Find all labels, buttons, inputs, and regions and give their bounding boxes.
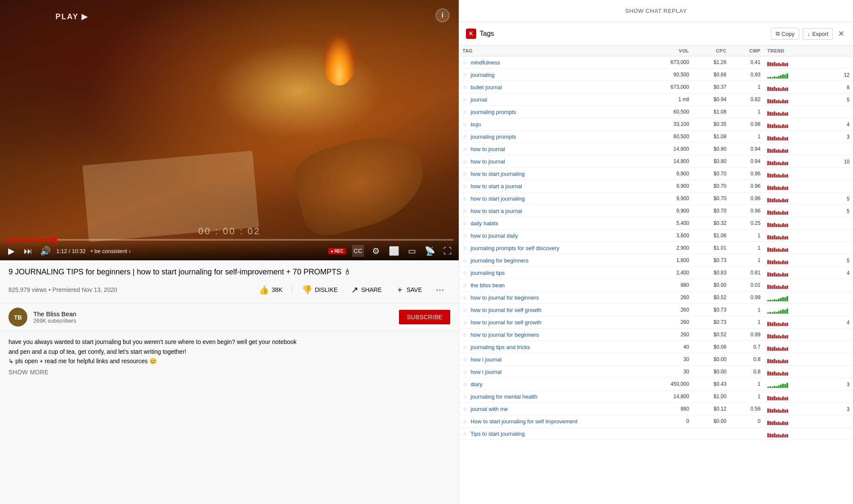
channel-name[interactable]: The Bliss Bean	[33, 310, 399, 318]
tag-link[interactable]: how to start journaling	[471, 171, 525, 177]
tag-link[interactable]: journaling	[471, 72, 495, 78]
star-icon[interactable]: ☆	[463, 332, 467, 338]
star-icon[interactable]: ☆	[463, 382, 467, 387]
star-icon[interactable]: ☆	[463, 431, 467, 437]
trend-cell	[764, 304, 829, 316]
star-icon[interactable]: ☆	[463, 295, 467, 301]
tag-link[interactable]: journaling prompts	[471, 134, 516, 140]
show-chat-replay-button[interactable]: SHOW CHAT REPLAY	[625, 8, 687, 14]
settings-button[interactable]: ⚙	[370, 245, 382, 257]
tag-link[interactable]: how to journal daily	[471, 233, 518, 239]
tag-link[interactable]: bujo	[471, 121, 481, 128]
star-icon[interactable]: ☆	[463, 233, 467, 239]
tag-link[interactable]: journaling prompts for self discovery	[471, 245, 559, 251]
tag-link[interactable]: how to journal for self growth	[471, 307, 541, 313]
table-row: ☆ how to start a journal 9,900 $0.70 0.9…	[459, 205, 853, 217]
tag-link[interactable]: how to journal for beginners	[471, 332, 539, 338]
star-icon[interactable]: ☆	[463, 122, 467, 128]
tag-link[interactable]: how i journal	[471, 356, 502, 363]
more-button[interactable]: ⋯	[430, 282, 450, 297]
table-row: ☆ how to journal daily 3,600 $1.06 1	[459, 230, 853, 242]
star-icon[interactable]: ☆	[463, 406, 467, 412]
badge-cell	[829, 143, 853, 155]
play-label[interactable]: PLAY ▶	[55, 12, 88, 21]
star-icon[interactable]: ☆	[463, 146, 467, 152]
dislike-button[interactable]: 👎 DISLIKE	[296, 282, 344, 297]
star-icon[interactable]: ☆	[463, 159, 467, 165]
star-icon[interactable]: ☆	[463, 134, 467, 140]
tag-link[interactable]: how i journal	[471, 369, 502, 375]
star-icon[interactable]: ☆	[463, 419, 467, 425]
star-icon[interactable]: ☆	[463, 270, 467, 276]
star-icon[interactable]: ☆	[463, 97, 467, 103]
fullscreen-button[interactable]: ⛶	[442, 245, 454, 257]
star-icon[interactable]: ☆	[463, 245, 467, 251]
tag-link[interactable]: journaling for beginners	[471, 257, 529, 264]
star-icon[interactable]: ☆	[463, 60, 467, 66]
star-icon[interactable]: ☆	[463, 344, 467, 350]
tag-link[interactable]: Tips to start journaling	[470, 431, 524, 437]
tag-link[interactable]: journaling tips and tricks	[471, 344, 530, 350]
cast-button[interactable]: 📡	[424, 245, 436, 257]
tag-link[interactable]: journaling prompts	[471, 109, 516, 115]
star-icon[interactable]: ☆	[463, 369, 467, 375]
star-icon[interactable]: ☆	[463, 320, 467, 326]
video-player[interactable]: PLAY ▶ i 00 : 00 : 02 ▶ ⏭ 🔊 1:12 / 10:32…	[0, 0, 459, 260]
tag-link[interactable]: how to journal for self growth	[471, 319, 541, 326]
badge-cell	[829, 428, 853, 440]
chapter-info[interactable]: • be consistent ›	[91, 248, 131, 254]
tag-link[interactable]: how to start journaling	[471, 195, 525, 202]
tag-link[interactable]: how to journal for beginners	[471, 294, 539, 301]
progress-bar[interactable]	[5, 239, 454, 241]
star-icon[interactable]: ☆	[463, 357, 467, 363]
star-icon[interactable]: ☆	[463, 208, 467, 214]
info-icon[interactable]: i	[436, 9, 449, 22]
save-button[interactable]: ＋ SAVE	[390, 281, 428, 298]
volume-button[interactable]: 🔊	[39, 245, 51, 257]
theater-button[interactable]: ▭	[406, 245, 418, 257]
subscribe-button[interactable]: SUBSCRIBE	[399, 310, 450, 324]
cmp-cell: 0.8	[730, 353, 764, 366]
copy-button[interactable]: ⧉ Copy	[771, 28, 799, 40]
star-icon[interactable]: ☆	[463, 84, 467, 90]
channel-info: The Bliss Bean 269K subscribers	[33, 310, 399, 324]
star-icon[interactable]: ☆	[463, 72, 467, 78]
export-button[interactable]: ↓ Export	[803, 28, 833, 40]
star-icon[interactable]: ☆	[463, 184, 467, 189]
tag-link[interactable]: how to journal	[471, 158, 505, 165]
share-button[interactable]: ↗ SHARE	[345, 282, 387, 297]
star-icon[interactable]: ☆	[463, 221, 467, 227]
star-icon[interactable]: ☆	[463, 109, 467, 115]
play-pause-button[interactable]: ▶	[5, 245, 17, 257]
tag-link[interactable]: journal	[471, 96, 487, 103]
tag-name-cell: ☆ how to start a journal	[459, 205, 638, 217]
tag-link[interactable]: How to start journaling for self improve…	[471, 418, 578, 425]
star-icon[interactable]: ☆	[463, 171, 467, 177]
tag-link[interactable]: how to journal	[471, 146, 505, 152]
table-row: ☆ mindfulness 673,000 $1.26 0.41	[459, 56, 853, 69]
star-icon[interactable]: ☆	[463, 196, 467, 202]
video-controls: ▶ ⏭ 🔊 1:12 / 10:32 • be consistent › ● R…	[0, 239, 459, 260]
badge-cell: 4	[829, 316, 853, 329]
tag-link[interactable]: journal with me	[471, 406, 508, 412]
subtitles-button[interactable]: CC	[352, 245, 364, 257]
tag-link[interactable]: journaling tips	[471, 270, 505, 276]
star-icon[interactable]: ☆	[463, 258, 467, 264]
tag-link[interactable]: bullet journal	[471, 84, 502, 90]
star-icon[interactable]: ☆	[463, 394, 467, 400]
tag-link[interactable]: diary	[471, 381, 483, 387]
tag-link[interactable]: mindfulness	[471, 59, 500, 66]
tag-link[interactable]: the bliss bean	[471, 282, 505, 288]
close-button[interactable]: ✕	[836, 27, 846, 40]
next-button[interactable]: ⏭	[22, 245, 34, 257]
tag-link[interactable]: how to start a journal	[471, 183, 522, 189]
tag-link[interactable]: journaling for mental health	[471, 393, 538, 400]
table-row: ☆ journaling tips and tricks 40 $0.06 0.…	[459, 341, 853, 353]
tag-link[interactable]: how to start a journal	[471, 208, 522, 214]
tag-link[interactable]: daily habits	[471, 220, 498, 227]
miniplayer-button[interactable]: ⬜	[388, 245, 400, 257]
star-icon[interactable]: ☆	[463, 307, 467, 313]
show-more-button[interactable]: SHOW MORE	[9, 366, 49, 378]
star-icon[interactable]: ☆	[463, 283, 467, 288]
like-button[interactable]: 👍 38K	[253, 282, 288, 297]
